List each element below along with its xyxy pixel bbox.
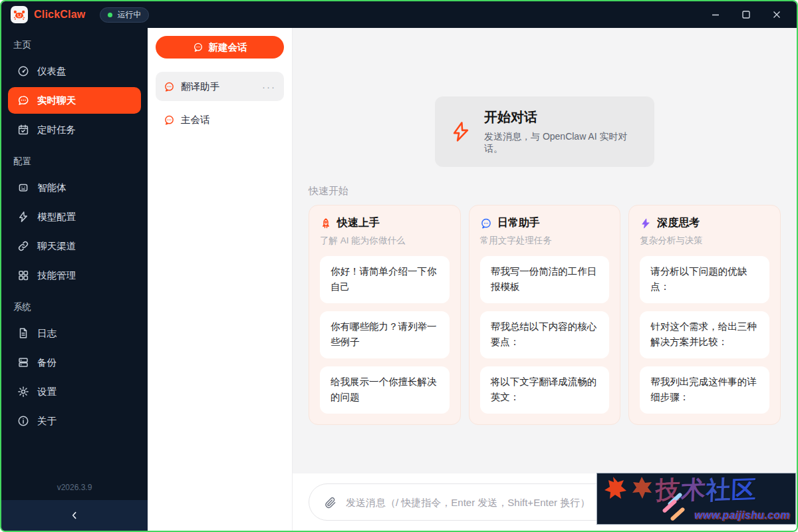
sidebar-item-label: 设置 bbox=[37, 386, 57, 398]
card-subtitle: 了解 AI 能为你做什么 bbox=[320, 235, 450, 247]
sidebar: 主页 仪表盘 实时聊天 bbox=[1, 28, 148, 531]
suggestion-chip[interactable]: 帮我列出完成这件事的详细步骤： bbox=[640, 366, 769, 414]
maximize-icon bbox=[741, 10, 751, 19]
watermark-char: 技 bbox=[655, 475, 681, 505]
suggestion-chip[interactable]: 请分析以下问题的优缺点： bbox=[640, 256, 769, 303]
calendar-check-icon bbox=[17, 124, 29, 136]
conversation-item-translator[interactable]: 翻译助手 ··· bbox=[156, 72, 284, 101]
chat-bubble-icon bbox=[164, 81, 175, 92]
stylized-glyph bbox=[628, 475, 655, 505]
quick-start-label: 快速开始 bbox=[309, 185, 781, 198]
chat-bubble-icon bbox=[193, 42, 203, 53]
stylized-glyph bbox=[601, 475, 628, 505]
gauge-icon bbox=[17, 65, 29, 77]
conversation-title: 翻译助手 bbox=[181, 80, 219, 93]
sidebar-item-label: 实时聊天 bbox=[37, 94, 76, 107]
sidebar-item-label: 关于 bbox=[37, 415, 57, 428]
quick-start-cards: 快速上手 了解 AI 能为你做什么 你好！请简单介绍一下你自己 你有哪些能力？请… bbox=[309, 205, 781, 425]
suggestion-chip[interactable]: 帮我写一份简洁的工作日报模板 bbox=[480, 256, 610, 303]
hero-title: 开始对话 bbox=[484, 108, 640, 126]
info-icon bbox=[17, 415, 29, 427]
sidebar-item-label: 智能体 bbox=[37, 182, 66, 194]
maximize-button[interactable] bbox=[735, 5, 757, 24]
sidebar-item-model-config[interactable]: 模型配置 bbox=[8, 203, 141, 230]
hero-subtitle: 发送消息，与 OpenClaw AI 实时对话。 bbox=[484, 131, 640, 155]
sidebar-item-backup[interactable]: 备份 bbox=[8, 349, 141, 376]
card-quick-start: 快速上手 了解 AI 能为你做什么 你好！请简单介绍一下你自己 你有哪些能力？请… bbox=[309, 205, 461, 425]
card-subtitle: 常用文字处理任务 bbox=[480, 235, 610, 247]
sidebar-item-label: 仪表盘 bbox=[37, 65, 66, 78]
status-badge-label: 运行中 bbox=[117, 9, 141, 21]
titlebar: ClickClaw 运行中 bbox=[1, 1, 797, 28]
section-label-home: 主页 bbox=[1, 28, 148, 57]
sidebar-item-label: 定时任务 bbox=[37, 124, 76, 136]
card-subtitle: 复杂分析与决策 bbox=[640, 235, 769, 247]
conversation-list: 翻译助手 ··· 主会话 bbox=[156, 72, 284, 134]
sidebar-item-skills[interactable]: 技能管理 bbox=[8, 262, 141, 289]
status-badge: 运行中 bbox=[100, 7, 149, 23]
pencil-icon bbox=[670, 507, 685, 521]
conversation-title: 主会话 bbox=[181, 114, 210, 126]
chat-main: 开始对话 发送消息，与 OpenClaw AI 实时对话。 快速开始 bbox=[293, 28, 797, 531]
server-icon bbox=[17, 356, 29, 368]
card-title: 深度思考 bbox=[657, 216, 700, 230]
sidebar-item-about[interactable]: 关于 bbox=[8, 408, 141, 434]
suggestion-chip[interactable]: 帮我总结以下内容的核心要点： bbox=[480, 311, 610, 358]
robot-icon bbox=[17, 182, 29, 194]
suggestion-chip[interactable]: 针对这个需求，给出三种解决方案并比较： bbox=[640, 311, 769, 358]
sidebar-item-agents[interactable]: 智能体 bbox=[8, 174, 141, 201]
close-icon bbox=[772, 10, 781, 19]
conversation-item-main[interactable]: 主会话 bbox=[156, 105, 284, 134]
card-deep-thinking: 深度思考 复杂分析与决策 请分析以下问题的优缺点： 针对这个需求，给出三种解决方… bbox=[628, 205, 781, 425]
file-icon bbox=[17, 327, 29, 339]
watermark-char: 区 bbox=[731, 475, 757, 505]
paperclip-icon[interactable] bbox=[324, 496, 336, 509]
suggestion-chip[interactable]: 你好！请简单介绍一下你自己 bbox=[320, 256, 450, 303]
sidebar-item-chat-channels[interactable]: 聊天渠道 bbox=[8, 233, 141, 259]
crab-icon bbox=[13, 8, 26, 21]
card-title: 快速上手 bbox=[337, 216, 380, 230]
sidebar-item-logs[interactable]: 日志 bbox=[8, 320, 141, 346]
watermark-url: www.paijishu.com bbox=[694, 509, 790, 521]
suggestion-chip[interactable]: 将以下文字翻译成流畅的英文： bbox=[480, 366, 610, 414]
chevron-left-icon bbox=[69, 510, 80, 521]
app-window: ClickClaw 运行中 主页 bbox=[0, 0, 798, 532]
minimize-button[interactable] bbox=[705, 5, 726, 24]
link-icon bbox=[17, 240, 29, 252]
bolt-icon bbox=[450, 119, 472, 144]
app-version: v2026.3.9 bbox=[1, 483, 148, 500]
watermark-text: 技 术 社 区 bbox=[601, 475, 756, 505]
bolt-icon bbox=[640, 217, 652, 229]
conversation-menu-button[interactable]: ··· bbox=[262, 81, 276, 92]
chat-scroll-area: 开始对话 发送消息，与 OpenClaw AI 实时对话。 快速开始 bbox=[293, 28, 797, 473]
app-logo bbox=[11, 6, 28, 23]
card-title: 日常助手 bbox=[497, 216, 540, 230]
sidebar-item-live-chat[interactable]: 实时聊天 bbox=[8, 87, 141, 114]
chat-bubble-icon bbox=[17, 94, 29, 106]
sidebar-item-label: 日志 bbox=[37, 327, 57, 340]
grid-icon bbox=[17, 269, 29, 281]
section-label-config: 配置 bbox=[1, 144, 148, 173]
app-title: ClickClaw bbox=[34, 9, 85, 21]
watermark-char: 社 bbox=[706, 475, 732, 505]
chat-bubble-icon bbox=[480, 217, 492, 229]
suggestion-chip[interactable]: 给我展示一个你擅长解决的问题 bbox=[320, 366, 450, 414]
sidebar-item-label: 备份 bbox=[37, 356, 57, 369]
gear-icon bbox=[17, 386, 29, 398]
rocket-icon bbox=[320, 217, 332, 229]
sidebar-collapse-button[interactable] bbox=[1, 500, 148, 531]
sidebar-item-scheduled-tasks[interactable]: 定时任务 bbox=[8, 116, 141, 143]
suggestion-chip[interactable]: 你有哪些能力？请列举一些例子 bbox=[320, 311, 450, 358]
conversation-panel: 新建会话 翻译助手 ··· bbox=[148, 28, 293, 531]
section-label-system: 系统 bbox=[1, 290, 148, 319]
new-conversation-button[interactable]: 新建会话 bbox=[156, 36, 284, 59]
sidebar-item-dashboard[interactable]: 仪表盘 bbox=[8, 58, 141, 84]
watermark: 技 术 社 区 www.paijishu.com bbox=[597, 473, 796, 525]
bolt-icon bbox=[17, 211, 29, 223]
sidebar-item-settings[interactable]: 设置 bbox=[8, 378, 141, 405]
new-conversation-label: 新建会话 bbox=[209, 41, 247, 54]
close-button[interactable] bbox=[766, 5, 787, 24]
watermark-char: 术 bbox=[680, 475, 706, 505]
start-conversation-card: 开始对话 发送消息，与 OpenClaw AI 实时对话。 bbox=[435, 96, 654, 167]
sidebar-item-label: 聊天渠道 bbox=[37, 240, 76, 253]
